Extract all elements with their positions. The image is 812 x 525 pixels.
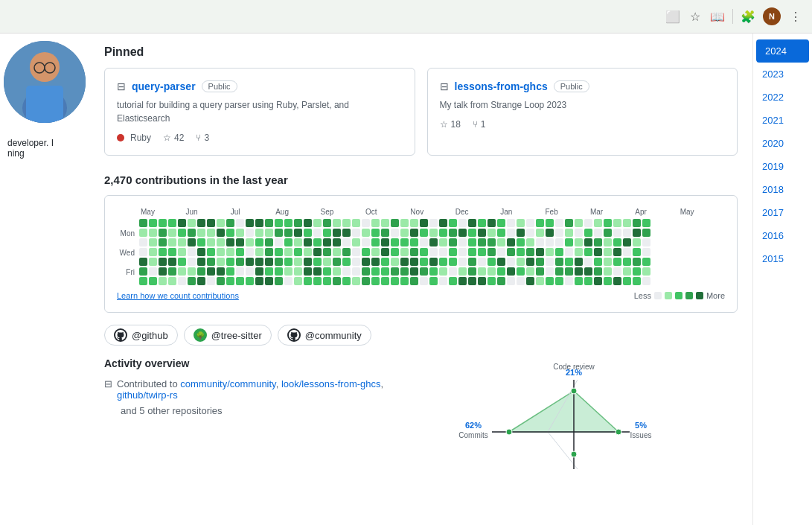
day-cell[interactable] xyxy=(304,229,312,237)
day-cell[interactable] xyxy=(342,277,351,285)
day-cell[interactable] xyxy=(594,258,602,266)
day-cell[interactable] xyxy=(197,277,205,285)
day-cell[interactable] xyxy=(323,248,331,256)
day-cell[interactable] xyxy=(323,229,331,237)
repo-link-3[interactable]: github/twirp-rs xyxy=(117,389,178,401)
day-cell[interactable] xyxy=(584,248,592,256)
day-cell[interactable] xyxy=(362,258,370,266)
day-cell[interactable] xyxy=(313,267,322,276)
year-item-2017[interactable]: 2017 xyxy=(753,201,812,224)
day-cell[interactable] xyxy=(275,238,283,246)
day-cell[interactable] xyxy=(284,258,292,266)
day-cell[interactable] xyxy=(497,238,505,246)
day-cell[interactable] xyxy=(400,229,409,237)
user-avatar[interactable]: N xyxy=(763,7,781,25)
day-cell[interactable] xyxy=(449,258,457,266)
day-cell[interactable] xyxy=(517,258,525,266)
day-cell[interactable] xyxy=(420,219,428,227)
day-cell[interactable] xyxy=(517,248,525,256)
day-cell[interactable] xyxy=(352,267,360,276)
day-cell[interactable] xyxy=(400,258,409,266)
day-cell[interactable] xyxy=(420,248,428,256)
day-cell[interactable] xyxy=(642,258,650,266)
day-cell[interactable] xyxy=(178,248,186,256)
day-cell[interactable] xyxy=(594,229,602,237)
day-cell[interactable] xyxy=(536,229,544,237)
day-cell[interactable] xyxy=(594,219,602,227)
day-cell[interactable] xyxy=(642,229,650,237)
day-cell[interactable] xyxy=(333,267,341,276)
reader-icon[interactable]: 📖 xyxy=(710,9,725,24)
day-cell[interactable] xyxy=(575,219,583,227)
day-cell[interactable] xyxy=(642,267,650,276)
day-cell[interactable] xyxy=(546,277,554,285)
day-cell[interactable] xyxy=(507,267,515,276)
day-cell[interactable] xyxy=(517,267,525,276)
day-cell[interactable] xyxy=(275,267,283,276)
day-cell[interactable] xyxy=(410,267,418,276)
day-cell[interactable] xyxy=(352,219,360,227)
org-github[interactable]: @github xyxy=(104,325,178,346)
day-cell[interactable] xyxy=(613,267,621,276)
day-cell[interactable] xyxy=(381,238,389,246)
day-cell[interactable] xyxy=(429,248,438,256)
day-cell[interactable] xyxy=(188,248,196,256)
day-cell[interactable] xyxy=(429,219,438,227)
day-cell[interactable] xyxy=(623,219,631,227)
org-tree-sitter[interactable]: 🌳 @tree-sitter xyxy=(184,325,272,346)
day-cell[interactable] xyxy=(246,248,254,256)
day-cell[interactable] xyxy=(497,258,505,266)
day-cell[interactable] xyxy=(381,229,389,237)
day-cell[interactable] xyxy=(487,258,496,266)
day-cell[interactable] xyxy=(555,219,563,227)
day-cell[interactable] xyxy=(265,219,273,227)
org-community[interactable]: @community xyxy=(278,325,371,346)
day-cell[interactable] xyxy=(604,248,612,256)
year-item-2019[interactable]: 2019 xyxy=(753,155,812,178)
day-cell[interactable] xyxy=(226,258,234,266)
day-cell[interactable] xyxy=(594,277,602,285)
day-cell[interactable] xyxy=(536,258,544,266)
day-cell[interactable] xyxy=(362,219,370,227)
day-cell[interactable] xyxy=(458,248,467,256)
day-cell[interactable] xyxy=(584,229,592,237)
day-cell[interactable] xyxy=(468,277,476,285)
day-cell[interactable] xyxy=(371,267,380,276)
day-cell[interactable] xyxy=(429,258,438,266)
day-cell[interactable] xyxy=(449,267,457,276)
day-cell[interactable] xyxy=(159,229,167,237)
day-cell[interactable] xyxy=(371,258,380,266)
day-cell[interactable] xyxy=(613,219,621,227)
day-cell[interactable] xyxy=(546,238,554,246)
day-cell[interactable] xyxy=(507,248,515,256)
day-cell[interactable] xyxy=(255,267,263,276)
day-cell[interactable] xyxy=(255,277,263,285)
day-cell[interactable] xyxy=(207,219,215,227)
day-cell[interactable] xyxy=(168,267,176,276)
day-cell[interactable] xyxy=(487,219,496,227)
day-cell[interactable] xyxy=(633,248,641,256)
day-cell[interactable] xyxy=(575,267,583,276)
day-cell[interactable] xyxy=(536,277,544,285)
day-cell[interactable] xyxy=(197,248,205,256)
day-cell[interactable] xyxy=(449,277,457,285)
day-cell[interactable] xyxy=(613,229,621,237)
day-cell[interactable] xyxy=(188,258,196,266)
day-cell[interactable] xyxy=(284,219,292,227)
day-cell[interactable] xyxy=(575,238,583,246)
day-cell[interactable] xyxy=(400,238,409,246)
day-cell[interactable] xyxy=(313,248,322,256)
day-cell[interactable] xyxy=(304,238,312,246)
day-cell[interactable] xyxy=(565,277,573,285)
year-item-2021[interactable]: 2021 xyxy=(753,109,812,132)
day-cell[interactable] xyxy=(333,258,341,266)
day-cell[interactable] xyxy=(429,277,438,285)
day-cell[interactable] xyxy=(168,229,176,237)
day-cell[interactable] xyxy=(584,258,592,266)
day-cell[interactable] xyxy=(159,267,167,276)
day-cell[interactable] xyxy=(294,238,302,246)
year-item-2018[interactable]: 2018 xyxy=(753,178,812,201)
day-cell[interactable] xyxy=(420,229,428,237)
day-cell[interactable] xyxy=(565,238,573,246)
day-cell[interactable] xyxy=(217,267,225,276)
